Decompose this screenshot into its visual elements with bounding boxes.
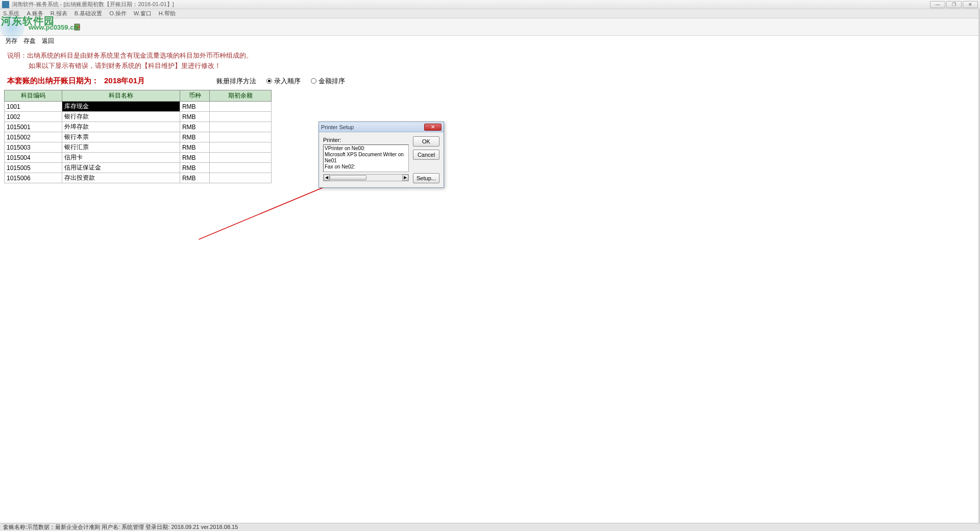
cell-code[interactable]: 1001 [5, 102, 62, 112]
printer-setup-dialog: Printer Setup ✕ Printer: VPrinter on Ne0… [318, 122, 444, 188]
radio-amount-order[interactable]: 金额排序 [311, 77, 345, 86]
cell-bal[interactable] [210, 163, 272, 173]
cell-code[interactable]: 1015005 [5, 163, 62, 173]
cell-name[interactable]: 信用卡 [62, 153, 180, 163]
cell-curr[interactable]: RMB [180, 112, 209, 122]
minimize-button[interactable]: — [930, 1, 945, 8]
radio-input-order[interactable]: 录入顺序 [266, 77, 301, 86]
radio-label-input-order: 录入顺序 [274, 77, 301, 86]
cell-curr[interactable]: RMB [180, 102, 209, 112]
dialog-title: Printer Setup [321, 124, 354, 130]
cell-code[interactable]: 1015003 [5, 142, 62, 153]
menu-help[interactable]: H.帮助 [159, 10, 176, 17]
toolbar: 河东软件园 www.pc0359.cn [0, 18, 980, 36]
cell-bal[interactable] [210, 173, 272, 183]
cell-name[interactable]: 外埠存款 [62, 122, 180, 132]
note-line1: 说明：出纳系统的科目是由财务系统里含有现金流量选项的科目加外币币种组成的。 [7, 51, 973, 61]
table-row[interactable]: 1015006存出投资款RMB [5, 173, 272, 183]
menu-window[interactable]: W.窗口 [134, 10, 152, 17]
cell-curr[interactable]: RMB [180, 142, 209, 153]
menubar: S.系统 A.账务 R.报表 B.基础设置 O.操作 W.窗口 H.帮助 [0, 9, 980, 18]
col-header-balance[interactable]: 期初余额 [210, 90, 272, 102]
menu-basic-setup[interactable]: B.基础设置 [75, 10, 102, 17]
cell-name[interactable]: 库存现金 [62, 102, 180, 112]
date-sort-row: 本套账的出纳开账日期为： 2018年01月 账册排序方法 录入顺序 金额排序 [0, 72, 980, 89]
col-header-currency[interactable]: 币种 [180, 90, 209, 102]
save-button[interactable]: 存盘 [23, 37, 36, 45]
cell-curr[interactable]: RMB [180, 122, 209, 132]
grid-header-row: 科目编码 科目名称 币种 期初余额 [5, 90, 272, 102]
dialog-close-button[interactable]: ✕ [424, 124, 442, 131]
printer-list[interactable]: VPrinter on Ne00: Microsoft XPS Document… [323, 144, 409, 172]
subwin-max-button[interactable]: ❐ [946, 1, 962, 8]
app-icon [2, 1, 9, 8]
table-row[interactable]: 1015002银行本票RMB [5, 132, 272, 142]
sort-block: 账册排序方法 录入顺序 金额排序 [216, 77, 345, 86]
scroll-right-icon[interactable]: ▶ [402, 175, 408, 181]
col-header-name[interactable]: 科目名称 [62, 90, 180, 102]
window-title: 润衡软件-账务系统 - [出纳账册期初数【开账日期：2018-01-01】] [12, 1, 174, 8]
cell-name[interactable]: 银行本票 [62, 132, 180, 142]
cell-curr[interactable]: RMB [180, 163, 209, 173]
status-bar: 套账名称:示范数据：最新企业会计准则 用户名: 系统管理 登录日期: 2018.… [0, 523, 980, 531]
table-row[interactable]: 1001库存现金RMB [5, 102, 272, 112]
menu-operate[interactable]: O.操作 [109, 10, 127, 17]
window-controls: — ❐ ✕ [930, 1, 978, 8]
cell-code[interactable]: 1015002 [5, 132, 62, 142]
cell-curr[interactable]: RMB [180, 153, 209, 163]
cell-curr[interactable]: RMB [180, 173, 209, 183]
action-row: 另存 存盘 返回 [0, 36, 980, 47]
cell-name[interactable]: 银行存款 [62, 112, 180, 122]
scroll-thumb[interactable] [330, 175, 366, 180]
cell-curr[interactable]: RMB [180, 132, 209, 142]
cancel-button[interactable]: Cancel [413, 150, 439, 160]
note-line2: 如果以下显示有错误，请到财务系统的【科目维护】里进行修改！ [7, 61, 973, 71]
printer-scrollbar[interactable]: ◀ ▶ [323, 174, 409, 181]
radio-icon [266, 78, 272, 84]
setup-button[interactable]: Setup... [413, 173, 439, 183]
printer-label: Printer: [323, 137, 341, 143]
table-row[interactable]: 1015001外埠存款RMB [5, 122, 272, 132]
window-titlebar: 润衡软件-账务系统 - [出纳账册期初数【开账日期：2018-01-01】] —… [0, 0, 980, 9]
ok-button[interactable]: OK [413, 136, 439, 147]
table-row[interactable]: 1015003银行汇票RMB [5, 142, 272, 153]
note-panel: 说明：出纳系统的科目是由财务系统里含有现金流量选项的科目加外币币种组成的。 如果… [0, 47, 980, 72]
table-row[interactable]: 1015004信用卡RMB [5, 153, 272, 163]
table-row[interactable]: 1015005信用证保证金RMB [5, 163, 272, 173]
radio-icon [311, 78, 316, 84]
table-row[interactable]: 1002银行存款RMB [5, 112, 272, 122]
dialog-titlebar[interactable]: Printer Setup ✕ [319, 122, 444, 132]
subwin-close-button[interactable]: ✕ [963, 1, 978, 8]
printer-item[interactable]: VPrinter on Ne00: [325, 146, 407, 152]
cell-code[interactable]: 1015006 [5, 173, 62, 183]
cell-name[interactable]: 银行汇票 [62, 142, 180, 153]
cell-code[interactable]: 1015004 [5, 153, 62, 163]
sort-label: 账册排序方法 [216, 77, 256, 86]
printer-item[interactable]: Microsoft XPS Document Writer on Ne01 [325, 152, 407, 164]
watermark-url: www.pc0359.cn [29, 23, 78, 31]
scroll-left-icon[interactable]: ◀ [324, 175, 330, 181]
cell-bal[interactable] [210, 142, 272, 153]
cell-code[interactable]: 1015001 [5, 122, 62, 132]
cell-bal[interactable] [210, 112, 272, 122]
radio-label-amount-order: 金额排序 [318, 77, 345, 86]
printer-item[interactable]: Fax on Ne02: [325, 164, 407, 170]
cell-bal[interactable] [210, 122, 272, 132]
open-date-value: 2018年01月 [104, 76, 145, 86]
cell-name[interactable]: 信用证保证金 [62, 163, 180, 173]
cell-code[interactable]: 1002 [5, 112, 62, 122]
cell-bal[interactable] [210, 102, 272, 112]
status-text: 套账名称:示范数据：最新企业会计准则 用户名: 系统管理 登录日期: 2018.… [3, 523, 238, 531]
open-date-label: 本套账的出纳开账日期为： [7, 76, 99, 86]
cell-bal[interactable] [210, 153, 272, 163]
cell-name[interactable]: 存出投资款 [62, 173, 180, 183]
dialog-body: Printer: VPrinter on Ne00: Microsoft XPS… [319, 132, 444, 187]
col-header-code[interactable]: 科目编码 [5, 90, 62, 102]
subject-grid[interactable]: 科目编码 科目名称 币种 期初余额 1001库存现金RMB1002银行存款RMB… [4, 90, 272, 183]
back-button[interactable]: 返回 [42, 37, 54, 45]
cell-bal[interactable] [210, 132, 272, 142]
